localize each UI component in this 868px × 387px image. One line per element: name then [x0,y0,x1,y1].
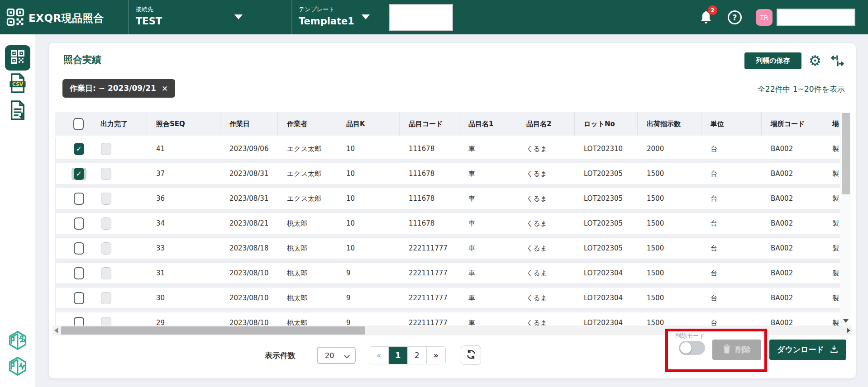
output-done-checkbox[interactable] [101,143,111,155]
cell-item_name2: くるま [517,319,575,326]
save-column-width-button[interactable]: 列幅の保存 [744,52,801,69]
column-header[interactable]: 場所コード [761,112,823,136]
cell-worker: エクス太郎 [278,194,337,203]
column-header[interactable]: 出荷指示数 [637,112,701,136]
column-header[interactable]: 品目K [337,112,399,136]
vertical-scrollbar[interactable] [840,112,851,326]
swap-columns-icon[interactable] [830,54,844,70]
cell-unit: 台 [701,194,762,203]
column-header[interactable]: 作業者 [277,112,337,136]
vertical-scrollbar-thumb[interactable] [842,113,850,194]
column-header[interactable]: 場 [823,112,843,136]
output-done-checkbox[interactable] [101,193,111,205]
sidebar-item-box-pulse[interactable] [8,357,28,377]
refresh-button[interactable] [461,345,481,365]
cell-work_date: 2023/08/10 [220,269,278,277]
row-select-checkbox[interactable] [74,267,84,279]
cell-worker: 桃太郎 [278,294,337,302]
row-select-checkbox[interactable] [74,317,84,326]
output-done-checkbox[interactable] [101,217,111,230]
chevron-down-icon[interactable] [234,14,243,19]
output-done-cell [92,292,147,304]
row-select-checkbox[interactable] [74,168,84,180]
cell-item_k: 10 [337,219,400,227]
connection-label: 接続先 [136,5,153,14]
download-button[interactable]: ダウンロード [769,340,846,360]
scroll-right-arrow-icon[interactable] [847,328,850,333]
output-done-checkbox[interactable] [101,267,111,279]
sidebar-item-export[interactable] [9,100,27,122]
box-pulse-icon [8,356,28,378]
horizontal-scrollbar-thumb[interactable] [61,326,365,335]
result-summary: 全22件中 1~20件を表示 [758,84,845,94]
output-done-cell [92,317,147,326]
pagination-next-button[interactable]: » [426,347,445,364]
row-select-checkbox[interactable] [74,292,84,304]
delete-button[interactable]: 削除 [712,340,761,360]
sidebar-item-box-circuit[interactable] [8,331,28,351]
cell-lot_no: LOT202305 [575,244,638,252]
output-done-cell [92,193,147,205]
scroll-down-arrow-icon[interactable] [843,319,849,323]
output-done-cell [92,217,147,230]
row-select-checkbox[interactable] [74,193,84,205]
output-done-checkbox[interactable] [101,242,111,255]
cell-seq: 34 [147,219,220,227]
cell-work_date: 2023/08/31 [220,170,278,178]
select-cell [56,317,92,326]
select-all-checkbox[interactable] [73,118,84,130]
column-header[interactable]: 品目名2 [517,112,574,136]
header-divider [129,0,129,34]
select-cell [56,242,92,255]
help-icon[interactable]: ? [728,10,742,24]
cell-unit: 台 [701,294,762,302]
avatar[interactable]: TR [756,9,773,26]
cell-unit: 台 [701,145,762,153]
cell-item_k: 10 [337,194,400,203]
cell-location: 製 [823,294,842,302]
cell-ship_qty: 1500 [638,294,701,302]
cell-item_k: 9 [337,319,400,326]
cell-item_name2: くるま [517,194,575,203]
row-select-checkbox[interactable] [74,217,84,230]
output-done-checkbox[interactable] [101,292,111,304]
template-select[interactable]: Template1 [299,16,354,27]
qr-code-icon [10,50,25,66]
cell-item_name1: 車 [459,170,517,178]
row-select-checkbox[interactable] [74,143,84,155]
cell-worker: 桃太郎 [278,319,337,326]
close-icon[interactable]: ✕ [162,84,168,93]
page-size-select[interactable]: 20 [317,347,356,364]
column-header[interactable]: 照合SEQ [147,112,220,136]
delete-mode-toggle[interactable] [679,341,705,355]
pagination-page-2[interactable]: 2 [407,347,426,364]
row-select-checkbox[interactable] [74,242,84,255]
cell-ship_qty: 1500 [638,194,701,203]
chevron-down-icon[interactable] [362,14,370,19]
cell-lot_no: LOT202310 [575,145,638,153]
column-header[interactable]: 単位 [701,112,761,136]
output-done-checkbox[interactable] [101,317,111,326]
column-header[interactable]: ロットNo [574,112,637,136]
chevron-down-icon [344,353,350,359]
box-circuit-icon [8,330,28,352]
page-size-value: 20 [325,351,334,360]
cell-item_code: 111678 [400,145,459,153]
pagination-prev-button[interactable]: « [369,347,388,364]
sidebar: CSV [0,34,35,387]
output-done-checkbox[interactable] [101,168,111,180]
output-done-cell [92,168,147,180]
cell-seq: 31 [147,269,220,277]
connection-select[interactable]: TEST [136,16,162,27]
gear-icon[interactable]: ⚙ [809,52,821,69]
column-header[interactable]: 作業日 [220,112,277,136]
column-header[interactable]: 品目名1 [459,112,517,136]
cell-seq: 30 [147,294,220,302]
sidebar-item-qr-active[interactable] [5,45,30,71]
column-header[interactable]: 出力完了 [91,112,147,136]
file-download-icon [9,100,27,123]
scroll-left-arrow-icon[interactable] [54,328,58,333]
sidebar-item-csv[interactable]: CSV [9,73,27,95]
column-header[interactable]: 品目コード [399,112,459,136]
pagination-page-1[interactable]: 1 [388,347,407,364]
